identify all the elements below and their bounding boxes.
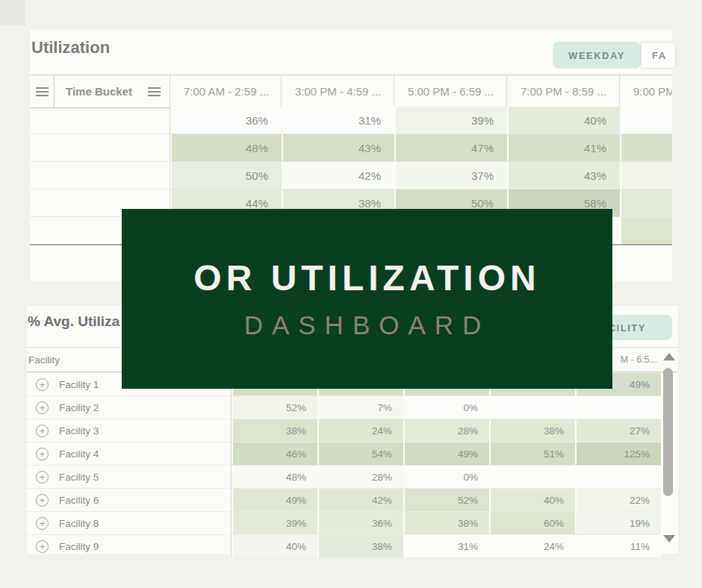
utilization-value-cell: 42%: [282, 162, 394, 189]
row-menu-cell: [30, 190, 55, 216]
page: Utilization WEEKDAY FA Time Bucket 7:00 …: [0, 0, 702, 588]
expand-icon[interactable]: +: [36, 401, 49, 414]
facility-value-cell: 49%: [403, 442, 489, 465]
facility-name: Facility 6: [59, 495, 99, 506]
column-header-time-partial[interactable]: M - 6:5...: [621, 348, 657, 372]
facility-name: Facility 4: [59, 448, 99, 460]
facility-value-cell: 24%: [489, 535, 575, 557]
facility-value-cell: 46%: [232, 442, 317, 465]
facility-value-cell: 19%: [575, 512, 661, 534]
menu-icon-cell[interactable]: [30, 75, 55, 107]
table-row: 50%42%37%43%: [30, 162, 672, 190]
utilization-value-cell: 48%: [170, 134, 282, 161]
column-header-time[interactable]: 9:00 PM: [619, 75, 672, 107]
utilization-value-cell: 47%: [394, 134, 507, 161]
utilization-value-cell: [620, 190, 672, 216]
scroll-down-icon[interactable]: [663, 535, 675, 542]
time-bucket-cell: [55, 134, 170, 161]
scrollbar[interactable]: [661, 347, 678, 554]
tab-fa-truncated[interactable]: FA: [641, 42, 676, 69]
row-menu-cell: [30, 107, 55, 134]
facility-value-cell: 52%: [232, 396, 317, 419]
utilization-value-cell: [620, 107, 672, 134]
column-header-time[interactable]: 5:00 PM - 6:59 ...: [394, 75, 507, 107]
facility-value-cell: 125%: [575, 442, 661, 465]
utilization-value-cell: [620, 134, 672, 161]
facility-value-cell: 36%: [317, 512, 403, 534]
utilization-value-cell: [620, 217, 672, 244]
expand-icon[interactable]: +: [36, 494, 49, 507]
facility-value-cell: 39%: [232, 512, 317, 534]
row-menu-cell: [30, 162, 55, 189]
facility-value-cell: 51%: [489, 442, 575, 465]
facility-name-cell: +Facility 2: [27, 396, 232, 419]
column-header-time-bucket[interactable]: Time Bucket: [55, 75, 170, 107]
facility-name: Facility 1: [59, 379, 99, 390]
facility-name-cell: +Facility 4: [27, 442, 232, 465]
facility-value-cell: 0%: [403, 466, 489, 488]
utilization-value-cell: 43%: [507, 162, 620, 189]
facility-value-cell: 22%: [575, 489, 661, 511]
facility-value-cell: 24%: [317, 419, 403, 442]
facility-row: +Facility 338%24%28%38%27%: [27, 419, 661, 442]
facility-value-cell: 52%: [403, 489, 489, 511]
facility-value-cell: 0%: [403, 396, 489, 419]
facility-value-cell: 27%: [575, 419, 661, 442]
row-menu-cell: [30, 134, 55, 161]
facility-name: Facility 8: [59, 518, 99, 529]
tab-weekday[interactable]: WEEKDAY: [553, 42, 641, 69]
utilization-value-cell: 39%: [394, 107, 507, 134]
expand-icon[interactable]: +: [36, 425, 49, 437]
facility-row: +Facility 252%7%0%: [27, 396, 661, 419]
scroll-up-icon[interactable]: [663, 353, 675, 360]
expand-icon[interactable]: +: [36, 448, 49, 460]
expand-icon[interactable]: +: [36, 378, 49, 391]
column-header-time[interactable]: 7:00 AM - 2:59 ...: [170, 75, 282, 107]
table-row: 36%31%39%40%: [30, 107, 672, 134]
facility-value-cell: 28%: [403, 419, 489, 442]
utilization-value-cell: 40%: [507, 107, 620, 134]
facility-table-body: +Facility 149%+Facility 252%7%0%+Facilit…: [27, 373, 661, 558]
facility-name: Facility 9: [59, 541, 99, 552]
facility-value-cell: 42%: [317, 489, 403, 511]
facility-value-cell: 38%: [317, 535, 403, 557]
corner-artifact: [0, 0, 25, 25]
facility-name: Facility 5: [59, 472, 99, 483]
banner-title: OR UTILIZATION: [193, 257, 540, 298]
facility-value-cell: 40%: [489, 489, 575, 511]
time-bucket-label: Time Bucket: [66, 85, 132, 98]
column-header-time[interactable]: 3:00 PM - 4:59 ...: [281, 75, 394, 107]
facility-row: +Facility 839%36%38%60%19%: [27, 512, 661, 535]
facility-name-cell: +Facility 3: [27, 419, 232, 442]
panel-title-avg-utilization: % Avg. Utiliza: [28, 313, 119, 330]
utilization-value-cell: 31%: [282, 107, 394, 134]
facility-value-cell: [489, 396, 575, 419]
facility-value-cell: 38%: [489, 419, 575, 442]
row-menu-cell: [30, 217, 55, 244]
facility-value-cell: 31%: [403, 535, 489, 557]
table-row: 48%43%47%41%: [30, 134, 672, 162]
facility-value-cell: 11%: [575, 535, 661, 557]
utilization-value-cell: [620, 162, 672, 189]
facility-name: Facility 2: [59, 402, 99, 413]
facility-value-cell: [575, 396, 661, 419]
time-bucket-cell: [55, 107, 170, 134]
expand-icon[interactable]: +: [36, 471, 49, 484]
facility-value-cell: 38%: [403, 512, 489, 534]
banner-subtitle: DASHBOARD: [244, 310, 491, 340]
title-banner: OR UTILIZATION DASHBOARD: [122, 209, 612, 389]
facility-name-cell: +Facility 9: [27, 535, 232, 557]
facility-row: +Facility 446%54%49%51%125%: [27, 442, 661, 466]
facility-value-cell: [575, 466, 661, 488]
utilization-value-cell: 50%: [170, 162, 282, 189]
facility-value-cell: 49%: [232, 489, 317, 511]
column-header-time[interactable]: 7:00 PM - 8:59 ...: [506, 75, 620, 107]
facility-name-cell: +Facility 8: [27, 512, 232, 534]
facility-value-cell: 54%: [317, 442, 403, 465]
facility-value-cell: 38%: [232, 419, 317, 442]
scrollbar-thumb[interactable]: [663, 368, 673, 496]
expand-icon[interactable]: +: [36, 540, 49, 553]
menu-icon: [36, 91, 49, 93]
expand-icon[interactable]: +: [36, 517, 49, 530]
facility-name-cell: +Facility 5: [27, 466, 232, 488]
